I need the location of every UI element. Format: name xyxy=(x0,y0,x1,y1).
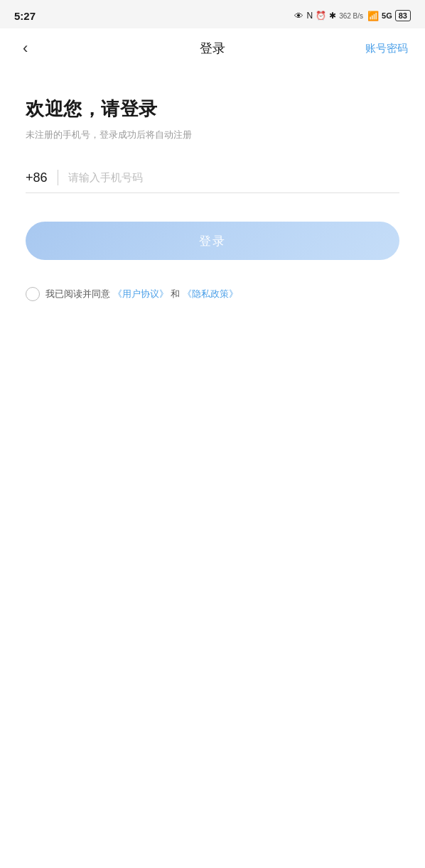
main-content: 欢迎您，请登录 未注册的手机号，登录成功后将自动注册 +86 登录 我已阅读并同… xyxy=(0,68,425,301)
input-divider xyxy=(58,170,59,185)
phone-input-row: +86 xyxy=(26,170,399,193)
bottom-space xyxy=(0,301,425,656)
nfc-icon: N xyxy=(306,11,313,21)
wifi-icon: 📶 xyxy=(367,11,379,21)
page-title: 登录 xyxy=(200,40,225,57)
privacy-policy-link[interactable]: 《隐私政策》 xyxy=(183,288,238,299)
country-code[interactable]: +86 xyxy=(26,170,48,185)
welcome-title: 欢迎您，请登录 xyxy=(26,97,399,121)
agreement-text: 我已阅读并同意 《用户协议》 和 《隐私政策》 xyxy=(45,287,238,301)
status-icons: 👁 N ⏰ ✱ 362 B/s 📶 5G 83 xyxy=(294,10,411,21)
alarm-icon: ⏰ xyxy=(316,11,326,21)
network-speed: 362 B/s xyxy=(339,12,363,20)
welcome-section: 欢迎您，请登录 未注册的手机号，登录成功后将自动注册 xyxy=(26,97,399,141)
user-agreement-link[interactable]: 《用户协议》 xyxy=(113,288,168,299)
status-time: 5:27 xyxy=(14,10,36,22)
back-button[interactable]: ‹ xyxy=(17,38,33,59)
nav-bar: ‹ 登录 账号密码 xyxy=(0,28,425,68)
status-bar: 5:27 👁 N ⏰ ✱ 362 B/s 📶 5G 83 xyxy=(0,0,425,28)
welcome-subtitle: 未注册的手机号，登录成功后将自动注册 xyxy=(26,129,399,141)
agreement-checkbox[interactable] xyxy=(26,287,40,301)
phone-input[interactable] xyxy=(68,171,399,184)
account-password-link[interactable]: 账号密码 xyxy=(365,42,408,55)
signal-icon: 5G xyxy=(382,11,392,20)
eye-icon: 👁 xyxy=(294,11,303,21)
bluetooth-icon: ✱ xyxy=(329,11,336,21)
battery-indicator: 83 xyxy=(395,10,411,21)
agreement-row: 我已阅读并同意 《用户协议》 和 《隐私政策》 xyxy=(26,287,399,301)
login-button[interactable]: 登录 xyxy=(26,222,399,260)
